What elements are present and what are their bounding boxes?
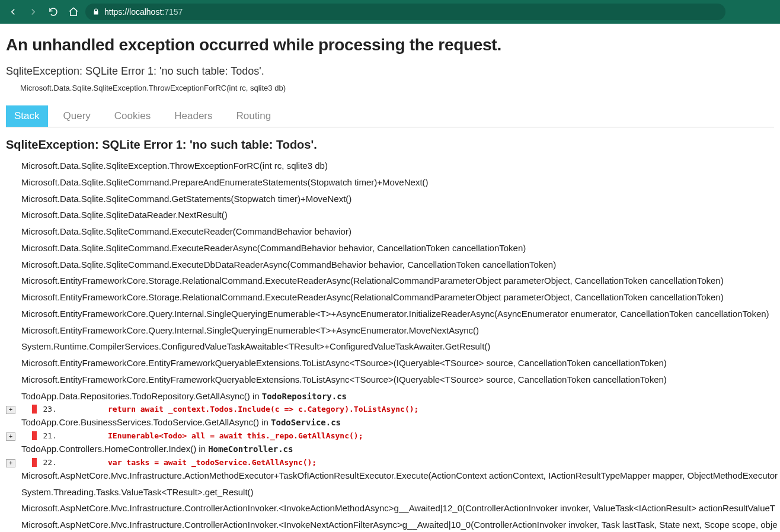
tab-query[interactable]: Query [55, 105, 99, 127]
address-bar[interactable]: https://localhost:7157 [85, 4, 725, 20]
stack-frame[interactable]: TodoApp.Data.Repositories.TodoRepository… [21, 388, 774, 405]
tab-cookies[interactable]: Cookies [106, 105, 159, 127]
stack-frame[interactable]: Microsoft.Data.Sqlite.SqliteCommand.Exec… [21, 223, 774, 240]
frame-method: TodoApp.Data.Repositories.TodoRepository… [21, 391, 262, 401]
stack-frame[interactable]: Microsoft.EntityFrameworkCore.Query.Inte… [21, 306, 774, 322]
line-number: 22. [37, 458, 60, 467]
stack-frame[interactable]: Microsoft.Data.Sqlite.SqliteCommand.Exec… [21, 240, 774, 257]
code-block: +21.IEnumerable<Todo> all = await this._… [21, 431, 774, 440]
code-line: 22.var tasks = await _todoService.GetAll… [21, 458, 774, 467]
stack-frame[interactable]: System.Threading.Tasks.ValueTask<TResult… [21, 484, 774, 501]
code-line: 23.return await _context.Todos.Include(c… [21, 405, 774, 414]
tab-routing[interactable]: Routing [228, 105, 280, 127]
code-text: IEnumerable<Todo> all = await this._repo… [60, 431, 363, 440]
stack-frame[interactable]: Microsoft.Data.Sqlite.SqliteCommand.Exec… [21, 257, 774, 273]
home-icon[interactable] [65, 4, 82, 20]
source-file: TodoRepository.cs [262, 392, 347, 401]
line-number: 21. [37, 431, 60, 440]
stack-frame[interactable]: Microsoft.Data.Sqlite.SqliteException.Th… [21, 158, 774, 174]
url-host: https://localhost: [104, 7, 164, 17]
frame-method: TodoApp.Core.BusinessServices.TodoServic… [21, 417, 271, 427]
back-icon[interactable] [5, 4, 21, 20]
exception-summary: SqliteException: SQLite Error 1: 'no suc… [6, 65, 774, 78]
exception-source: Microsoft.Data.Sqlite.SqliteException.Th… [20, 81, 774, 92]
stack-frame[interactable]: Microsoft.EntityFrameworkCore.EntityFram… [21, 371, 774, 388]
source-file: HomeController.cs [208, 444, 293, 454]
frame-method: TodoApp.Controllers.HomeController.Index… [21, 444, 208, 454]
stack-frame[interactable]: Microsoft.Data.Sqlite.SqliteDataReader.N… [21, 207, 774, 223]
stack-frame[interactable]: Microsoft.AspNetCore.Mvc.Infrastructure.… [21, 517, 774, 532]
page-title: An unhandled exception occurred while pr… [6, 36, 774, 55]
stack-heading: SqliteException: SQLite Error 1: 'no suc… [6, 138, 774, 152]
reload-icon[interactable] [45, 4, 62, 20]
page-content: An unhandled exception occurred while pr… [0, 24, 780, 532]
code-line: 21.IEnumerable<Todo> all = await this._r… [21, 431, 774, 440]
code-block: +23.return await _context.Todos.Include(… [21, 405, 774, 414]
gutter-bar [32, 458, 37, 467]
stack-frame[interactable]: System.Runtime.CompilerServices.Configur… [21, 338, 774, 355]
stack-frame[interactable]: Microsoft.Data.Sqlite.SqliteCommand.Prep… [21, 174, 774, 191]
stack-frames: Microsoft.Data.Sqlite.SqliteException.Th… [6, 158, 774, 532]
stack-frame[interactable]: Microsoft.EntityFrameworkCore.Storage.Re… [21, 273, 774, 289]
stack-frame[interactable]: Microsoft.EntityFrameworkCore.Query.Inte… [21, 322, 774, 339]
stack-frame[interactable]: Microsoft.AspNetCore.Mvc.Infrastructure.… [21, 500, 774, 517]
gutter-bar [32, 431, 37, 440]
browser-toolbar: https://localhost:7157 [0, 0, 780, 24]
lock-icon [92, 8, 100, 15]
tabs: StackQueryCookiesHeadersRouting [6, 105, 774, 127]
gutter-bar [32, 405, 37, 414]
source-file: TodoService.cs [271, 418, 341, 427]
code-block: +22.var tasks = await _todoService.GetAl… [21, 458, 774, 467]
expand-button[interactable]: + [6, 459, 15, 467]
code-text: var tasks = await _todoService.GetAllAsy… [60, 458, 317, 467]
stack-frame[interactable]: TodoApp.Core.BusinessServices.TodoServic… [21, 414, 774, 431]
stack-frame[interactable]: Microsoft.Data.Sqlite.SqliteCommand.GetS… [21, 191, 774, 207]
stack-frame[interactable]: Microsoft.AspNetCore.Mvc.Infrastructure.… [21, 467, 774, 484]
forward-icon[interactable] [25, 4, 41, 20]
expand-button[interactable]: + [6, 406, 15, 414]
expand-button[interactable]: + [6, 432, 15, 441]
tab-headers[interactable]: Headers [166, 105, 220, 127]
tab-stack[interactable]: Stack [6, 105, 48, 127]
stack-frame[interactable]: Microsoft.EntityFrameworkCore.EntityFram… [21, 355, 774, 371]
stack-frame[interactable]: TodoApp.Controllers.HomeController.Index… [21, 441, 774, 457]
code-text: return await _context.Todos.Include(c =>… [60, 405, 418, 414]
url-port: 7157 [164, 7, 183, 17]
stack-frame[interactable]: Microsoft.EntityFrameworkCore.Storage.Re… [21, 289, 774, 306]
line-number: 23. [37, 405, 60, 414]
